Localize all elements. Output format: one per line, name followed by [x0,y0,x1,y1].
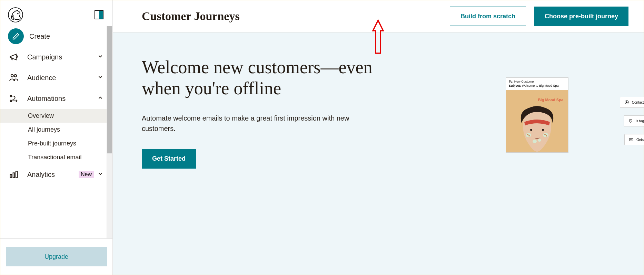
journey-step-2: Is tagged as "New Customer" [624,115,644,126]
scrollbar-thumb[interactable] [107,26,112,153]
sidebar-item-audience[interactable]: Audience [0,67,112,88]
sidebar-item-analytics[interactable]: Analytics New [0,164,112,185]
svg-point-21 [546,135,547,136]
sidebar-item-create[interactable]: Create [0,26,112,47]
choose-pre-built-journey-button[interactable]: Choose pre-built journey [534,7,628,26]
nav-label: Automations [27,95,97,103]
journey-step-1: Contact signs up to your audience [620,97,644,108]
hero-illustration: To: New Customer Subject: Welcome to Big… [506,77,628,153]
email-body: Big Mood Spa [506,90,568,152]
email-preview-card: To: New Customer Subject: Welcome to Big… [506,77,568,153]
svg-point-13 [542,129,544,131]
collapse-sidebar-button[interactable] [95,10,103,19]
nav-label: Campaigns [27,53,97,61]
nav-label: Audience [27,74,97,82]
svg-point-16 [533,140,537,143]
svg-point-23 [630,120,630,121]
svg-point-17 [538,139,541,142]
svg-point-3 [17,13,18,14]
brand-name: Big Mood Spa [538,98,563,102]
svg-point-14 [526,133,531,137]
journey-step-3: Gets welcome email [624,134,644,145]
sidebar-subitem-pre-built-journeys[interactable]: Pre-built journeys [0,136,112,150]
page-title: Customer Journeys [142,10,442,23]
svg-point-19 [528,135,530,136]
automations-icon [8,93,20,104]
svg-point-18 [527,134,528,135]
sidebar-subitem-overview[interactable]: Overview [0,109,112,123]
hero-section: Welcome new customers—even when you're o… [113,32,644,275]
build-from-scratch-button[interactable]: Build from scratch [450,7,526,26]
chevron-down-icon [97,74,104,82]
svg-point-15 [543,133,548,137]
hero-text: Welcome new customers—even when you're o… [142,57,383,257]
chevron-down-icon [97,171,104,178]
mailchimp-logo[interactable] [8,7,23,22]
chevron-up-icon [97,95,104,102]
sidebar-item-campaigns[interactable]: Campaigns [0,47,112,67]
sidebar-bottom: Upgrade [0,238,112,275]
face-illustration [515,104,559,152]
svg-rect-10 [13,173,15,178]
svg-point-5 [11,75,13,77]
pencil-icon [8,28,24,44]
nav-label: Create [29,32,104,40]
sidebar-top [0,0,112,26]
sidebar: Create Campaigns Audience [0,0,113,275]
chevron-down-icon [97,53,104,61]
svg-point-12 [530,129,532,131]
svg-point-6 [14,75,17,77]
hero-title: Welcome new customers—even when you're o… [142,57,383,99]
email-header: To: New Customer Subject: Welcome to Big… [506,78,568,90]
scrollbar[interactable] [107,26,112,238]
sidebar-subitem-all-journeys[interactable]: All journeys [0,123,112,136]
svg-point-7 [10,95,12,97]
svg-point-4 [18,13,19,14]
new-badge: New [79,171,94,178]
svg-point-20 [544,134,546,135]
megaphone-icon [8,51,20,63]
get-started-button[interactable]: Get Started [142,149,196,169]
svg-rect-11 [16,171,18,178]
nav-label: Analytics [27,171,79,179]
svg-point-8 [10,100,12,102]
hero-subtitle: Automate welcome emails to make a great … [142,113,366,134]
main-content: Customer Journeys Build from scratch Cho… [113,0,644,275]
sidebar-subitem-transactional-email[interactable]: Transactional email [0,150,112,164]
topbar: Customer Journeys Build from scratch Cho… [113,0,644,32]
svg-rect-9 [10,174,12,178]
analytics-icon [8,169,20,180]
svg-rect-24 [630,139,633,141]
sidebar-nav: Create Campaigns Audience [0,26,112,238]
upgrade-button[interactable]: Upgrade [6,247,107,266]
sidebar-item-automations[interactable]: Automations [0,88,112,109]
people-icon [8,72,20,84]
